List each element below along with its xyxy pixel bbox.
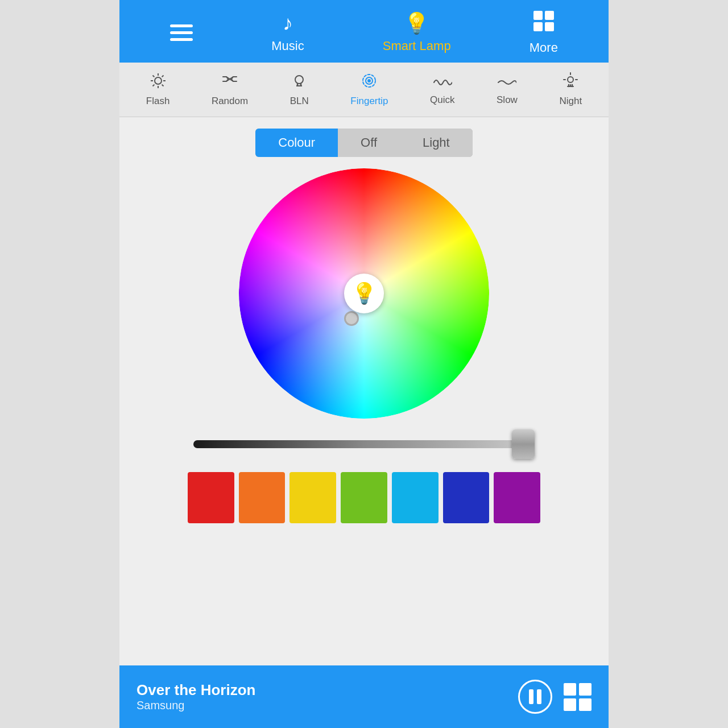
song-info: Over the Horizon Samsung: [136, 681, 518, 712]
swatch-cyan[interactable]: [392, 472, 439, 523]
svg-point-18: [568, 77, 573, 82]
svg-point-17: [368, 80, 370, 82]
swatch-green[interactable]: [341, 472, 387, 523]
main-content: Colour Off Light 💡: [119, 117, 609, 665]
nav-more[interactable]: More: [530, 10, 558, 55]
mode-bar: Flash Random BLN: [119, 63, 609, 117]
brightness-section: [193, 430, 535, 458]
brightness-track[interactable]: [193, 430, 535, 458]
mode-slow[interactable]: Slow: [497, 74, 518, 106]
menu-button[interactable]: [170, 24, 193, 41]
song-title: Over the Horizon: [136, 681, 518, 699]
swatch-yellow[interactable]: [289, 472, 336, 523]
flash-label: Flash: [146, 96, 170, 107]
flash-icon: [150, 72, 167, 93]
fingertip-icon: [361, 72, 378, 93]
svg-line-11: [162, 76, 163, 77]
mode-bln[interactable]: BLN: [290, 72, 309, 107]
swatch-blue[interactable]: [443, 472, 490, 523]
mode-fingertip[interactable]: Fingertip: [350, 72, 388, 107]
random-label: Random: [212, 96, 248, 107]
swatch-red[interactable]: [188, 472, 234, 523]
more-label: More: [530, 40, 558, 55]
bulb-icon: 💡: [351, 282, 377, 305]
svg-line-9: [152, 76, 154, 77]
song-artist: Samsung: [136, 699, 518, 712]
music-icon: ♪: [283, 11, 293, 35]
slow-icon: [497, 74, 516, 92]
color-wheel-center: 💡: [344, 274, 384, 313]
quick-label: Quick: [430, 94, 454, 106]
svg-line-12: [152, 85, 154, 86]
bln-icon: [291, 72, 308, 93]
mode-random[interactable]: Random: [212, 72, 248, 107]
top-nav: ♪ Music 💡 Smart Lamp More: [119, 0, 609, 63]
music-label: Music: [271, 39, 304, 53]
pause-button[interactable]: [518, 680, 552, 714]
svg-rect-0: [533, 11, 543, 20]
svg-rect-3: [545, 22, 554, 31]
svg-rect-2: [533, 22, 543, 31]
nav-smartlamp[interactable]: 💡 Smart Lamp: [383, 11, 451, 53]
mode-night[interactable]: Night: [559, 72, 582, 107]
more-icon: [532, 10, 555, 37]
quick-icon: [433, 74, 452, 92]
night-icon: [562, 72, 579, 93]
bottom-bar: Over the Horizon Samsung: [119, 665, 609, 728]
light-button[interactable]: Light: [400, 129, 473, 157]
svg-rect-1: [545, 11, 554, 20]
color-swatches: [188, 472, 540, 523]
slow-label: Slow: [497, 94, 518, 106]
night-label: Night: [559, 96, 582, 107]
color-toggle-group: Colour Off Light: [255, 129, 472, 157]
color-wheel-wrapper[interactable]: 💡: [239, 168, 489, 419]
bln-label: BLN: [290, 96, 309, 107]
mode-flash[interactable]: Flash: [146, 72, 170, 107]
color-picker-dot[interactable]: [344, 311, 359, 326]
off-button[interactable]: Off: [338, 129, 400, 157]
nav-music[interactable]: ♪ Music: [271, 11, 304, 53]
swatch-orange[interactable]: [239, 472, 286, 523]
colour-button[interactable]: Colour: [255, 129, 338, 157]
playlist-button[interactable]: [564, 683, 592, 711]
brightness-rail: [193, 440, 535, 448]
list-icon-top-row: [564, 683, 592, 696]
mode-quick[interactable]: Quick: [430, 74, 454, 106]
smartlamp-label: Smart Lamp: [383, 39, 451, 53]
random-icon: [221, 72, 238, 93]
svg-point-13: [295, 76, 303, 84]
list-icon-bottom-row: [564, 698, 592, 711]
svg-point-4: [155, 77, 162, 84]
swatch-purple[interactable]: [494, 472, 540, 523]
brightness-thumb[interactable]: [512, 429, 535, 459]
bottom-controls: [518, 680, 592, 714]
smartlamp-icon: 💡: [404, 11, 429, 35]
fingertip-label: Fingertip: [350, 96, 388, 107]
svg-line-10: [162, 85, 163, 86]
pause-icon: [529, 689, 541, 704]
